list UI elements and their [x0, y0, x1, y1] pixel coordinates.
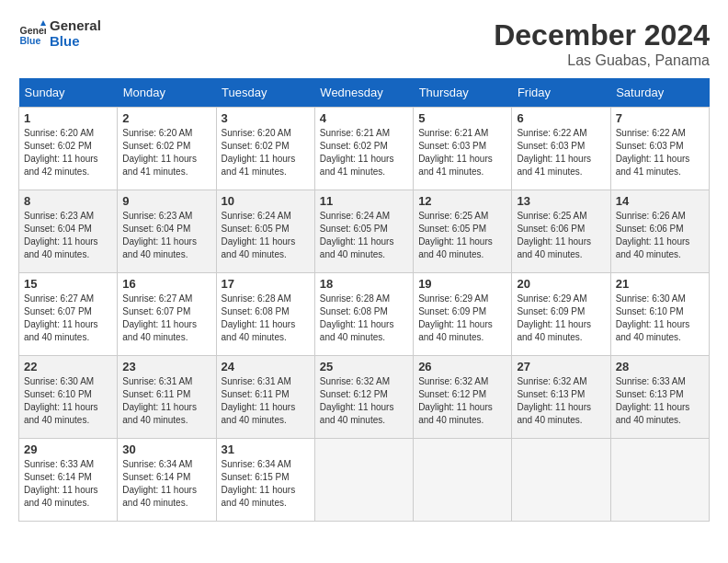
day-number: 25: [320, 360, 408, 373]
day-info: Sunrise: 6:23 AMSunset: 6:04 PMDaylight:…: [122, 210, 210, 261]
weekday-header-sunday: Sunday: [19, 78, 118, 108]
week-row-4: 22Sunrise: 6:30 AMSunset: 6:10 PMDayligh…: [19, 356, 710, 439]
weekday-header-friday: Friday: [512, 78, 610, 108]
day-info: Sunrise: 6:22 AMSunset: 6:03 PMDaylight:…: [616, 127, 704, 178]
day-info: Sunrise: 6:25 AMSunset: 6:06 PMDaylight:…: [517, 210, 605, 261]
calendar-cell: 17Sunrise: 6:28 AMSunset: 6:08 PMDayligh…: [216, 273, 314, 356]
day-number: 21: [616, 277, 704, 291]
calendar-cell: 25Sunrise: 6:32 AMSunset: 6:12 PMDayligh…: [314, 356, 413, 439]
day-number: 11: [320, 194, 408, 208]
weekday-header-monday: Monday: [118, 78, 216, 108]
week-row-1: 1Sunrise: 6:20 AMSunset: 6:02 PMDaylight…: [19, 108, 710, 190]
calendar-cell: 19Sunrise: 6:29 AMSunset: 6:09 PMDayligh…: [414, 273, 512, 356]
day-number: 23: [122, 360, 210, 373]
day-info: Sunrise: 6:24 AMSunset: 6:05 PMDaylight:…: [320, 210, 408, 261]
day-number: 27: [517, 360, 605, 373]
svg-text:Blue: Blue: [20, 34, 41, 45]
day-number: 17: [222, 277, 310, 291]
day-number: 19: [418, 277, 506, 291]
calendar-cell: 16Sunrise: 6:27 AMSunset: 6:07 PMDayligh…: [118, 273, 216, 356]
logo: General Blue General Blue: [18, 18, 101, 49]
day-number: 14: [616, 194, 704, 208]
day-number: 12: [418, 194, 506, 208]
day-number: 1: [24, 111, 112, 125]
day-number: 30: [122, 442, 210, 456]
calendar-cell: 4Sunrise: 6:21 AMSunset: 6:02 PMDaylight…: [314, 108, 413, 190]
week-row-5: 29Sunrise: 6:33 AMSunset: 6:14 PMDayligh…: [19, 439, 710, 522]
calendar-cell: 26Sunrise: 6:32 AMSunset: 6:12 PMDayligh…: [414, 356, 512, 439]
day-info: Sunrise: 6:31 AMSunset: 6:11 PMDaylight:…: [122, 375, 210, 427]
day-info: Sunrise: 6:22 AMSunset: 6:03 PMDaylight:…: [517, 127, 605, 178]
svg-marker-2: [40, 20, 46, 26]
day-number: 8: [24, 194, 112, 208]
day-info: Sunrise: 6:33 AMSunset: 6:13 PMDaylight:…: [616, 375, 704, 427]
calendar-cell: 15Sunrise: 6:27 AMSunset: 6:07 PMDayligh…: [19, 273, 118, 356]
calendar-cell: 9Sunrise: 6:23 AMSunset: 6:04 PMDaylight…: [118, 190, 216, 273]
day-info: Sunrise: 6:30 AMSunset: 6:10 PMDaylight:…: [616, 293, 704, 344]
calendar-cell: 28Sunrise: 6:33 AMSunset: 6:13 PMDayligh…: [610, 356, 709, 439]
day-info: Sunrise: 6:34 AMSunset: 6:14 PMDaylight:…: [122, 458, 210, 510]
logo-icon: General Blue: [18, 20, 46, 48]
day-number: 5: [418, 111, 506, 125]
day-number: 20: [517, 277, 605, 291]
day-number: 28: [616, 360, 704, 373]
day-number: 2: [122, 111, 210, 125]
day-info: Sunrise: 6:20 AMSunset: 6:02 PMDaylight:…: [222, 127, 310, 178]
calendar-cell: [414, 439, 512, 522]
day-info: Sunrise: 6:27 AMSunset: 6:07 PMDaylight:…: [122, 293, 210, 344]
day-info: Sunrise: 6:21 AMSunset: 6:03 PMDaylight:…: [418, 127, 506, 178]
day-info: Sunrise: 6:23 AMSunset: 6:04 PMDaylight:…: [24, 210, 112, 261]
day-number: 9: [122, 194, 210, 208]
day-info: Sunrise: 6:32 AMSunset: 6:12 PMDaylight:…: [320, 375, 408, 427]
day-info: Sunrise: 6:31 AMSunset: 6:11 PMDaylight:…: [222, 375, 310, 427]
day-info: Sunrise: 6:24 AMSunset: 6:05 PMDaylight:…: [222, 210, 310, 261]
calendar-table: SundayMondayTuesdayWednesdayThursdayFrid…: [18, 78, 710, 522]
day-number: 24: [222, 360, 310, 373]
calendar-cell: 10Sunrise: 6:24 AMSunset: 6:05 PMDayligh…: [216, 190, 314, 273]
calendar-cell: 1Sunrise: 6:20 AMSunset: 6:02 PMDaylight…: [19, 108, 118, 190]
day-number: 29: [24, 442, 112, 456]
month-title: December 2024: [494, 18, 710, 52]
calendar-cell: 2Sunrise: 6:20 AMSunset: 6:02 PMDaylight…: [118, 108, 216, 190]
calendar-cell: 24Sunrise: 6:31 AMSunset: 6:11 PMDayligh…: [216, 356, 314, 439]
day-info: Sunrise: 6:26 AMSunset: 6:06 PMDaylight:…: [616, 210, 704, 261]
day-number: 3: [222, 111, 310, 125]
day-number: 13: [517, 194, 605, 208]
day-info: Sunrise: 6:29 AMSunset: 6:09 PMDaylight:…: [517, 293, 605, 344]
logo-text-general: General: [50, 18, 101, 34]
day-number: 6: [517, 111, 605, 125]
location: Las Guabas, Panama: [494, 52, 710, 69]
calendar-cell: 5Sunrise: 6:21 AMSunset: 6:03 PMDaylight…: [414, 108, 512, 190]
day-number: 10: [222, 194, 310, 208]
calendar-cell: 11Sunrise: 6:24 AMSunset: 6:05 PMDayligh…: [314, 190, 413, 273]
day-info: Sunrise: 6:21 AMSunset: 6:02 PMDaylight:…: [320, 127, 408, 178]
calendar-cell: 21Sunrise: 6:30 AMSunset: 6:10 PMDayligh…: [610, 273, 709, 356]
calendar-cell: 31Sunrise: 6:34 AMSunset: 6:15 PMDayligh…: [216, 439, 314, 522]
day-number: 31: [222, 442, 310, 456]
day-info: Sunrise: 6:28 AMSunset: 6:08 PMDaylight:…: [320, 293, 408, 344]
calendar-cell: 22Sunrise: 6:30 AMSunset: 6:10 PMDayligh…: [19, 356, 118, 439]
calendar-cell: 6Sunrise: 6:22 AMSunset: 6:03 PMDaylight…: [512, 108, 610, 190]
calendar-cell: 20Sunrise: 6:29 AMSunset: 6:09 PMDayligh…: [512, 273, 610, 356]
logo-text-blue: Blue: [50, 34, 101, 50]
day-info: Sunrise: 6:33 AMSunset: 6:14 PMDaylight:…: [24, 458, 112, 510]
day-number: 16: [122, 277, 210, 291]
calendar-cell: 30Sunrise: 6:34 AMSunset: 6:14 PMDayligh…: [118, 439, 216, 522]
day-number: 22: [24, 360, 112, 373]
page-header: General Blue General Blue December 2024 …: [18, 18, 710, 69]
week-row-3: 15Sunrise: 6:27 AMSunset: 6:07 PMDayligh…: [19, 273, 710, 356]
day-info: Sunrise: 6:32 AMSunset: 6:12 PMDaylight:…: [418, 375, 506, 427]
day-number: 26: [418, 360, 506, 373]
weekday-header-thursday: Thursday: [414, 78, 512, 108]
day-number: 7: [616, 111, 704, 125]
day-number: 4: [320, 111, 408, 125]
day-info: Sunrise: 6:20 AMSunset: 6:02 PMDaylight:…: [24, 127, 112, 178]
calendar-cell: 29Sunrise: 6:33 AMSunset: 6:14 PMDayligh…: [19, 439, 118, 522]
weekday-header-row: SundayMondayTuesdayWednesdayThursdayFrid…: [19, 78, 710, 108]
calendar-cell: 13Sunrise: 6:25 AMSunset: 6:06 PMDayligh…: [512, 190, 610, 273]
calendar-cell: 3Sunrise: 6:20 AMSunset: 6:02 PMDaylight…: [216, 108, 314, 190]
calendar-cell: 12Sunrise: 6:25 AMSunset: 6:05 PMDayligh…: [414, 190, 512, 273]
day-number: 15: [24, 277, 112, 291]
day-info: Sunrise: 6:32 AMSunset: 6:13 PMDaylight:…: [517, 375, 605, 427]
week-row-2: 8Sunrise: 6:23 AMSunset: 6:04 PMDaylight…: [19, 190, 710, 273]
